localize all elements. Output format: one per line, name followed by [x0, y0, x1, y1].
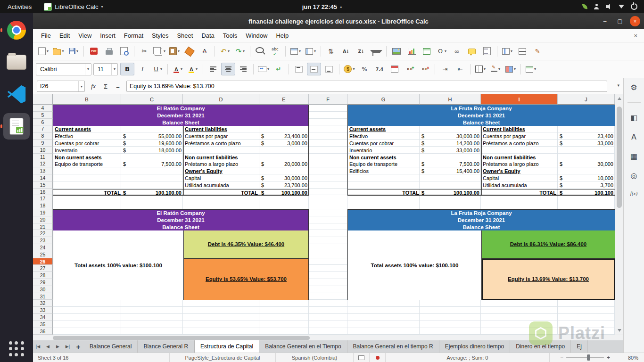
chevron-down-icon[interactable]: ▾	[243, 49, 245, 53]
capital-structure-header[interactable]: La Fruta Roja Company December 31 2021 B…	[348, 210, 615, 230]
align-right-icon[interactable]	[236, 63, 250, 75]
cell-value[interactable]: 18,000.00	[130, 147, 182, 154]
paste-icon[interactable]: ▾	[167, 45, 182, 58]
cell-label[interactable]: Inventario	[349, 147, 419, 154]
close-button[interactable]: ×	[630, 16, 640, 26]
sort-ascending-icon[interactable]: A↓	[339, 45, 353, 58]
cell-label[interactable]: Edificios	[349, 168, 419, 175]
row-header-12[interactable]: 12	[33, 160, 53, 167]
cell-currency[interactable]: $	[123, 133, 130, 140]
row-header-19[interactable]: 19	[33, 209, 53, 216]
menu-file[interactable]: File	[37, 31, 55, 41]
font-size-combo[interactable]: 11 ▾	[93, 63, 118, 75]
cell-value[interactable]: 23,400	[566, 133, 613, 140]
volume-icon[interactable]	[606, 4, 612, 9]
align-bottom-icon[interactable]	[322, 63, 336, 75]
chevron-down-icon[interactable]: ▾	[181, 67, 182, 71]
cell-label[interactable]: Utilidad acumulada	[185, 182, 258, 189]
print-preview-icon[interactable]	[117, 45, 131, 58]
maximize-button[interactable]: ▢	[615, 16, 625, 26]
pivot-table-icon[interactable]	[420, 45, 434, 58]
horizontal-scroll-thumb[interactable]	[53, 336, 310, 340]
cell-value[interactable]: 7,500.00	[130, 161, 182, 168]
row-header-31[interactable]: 31	[33, 293, 53, 300]
cell-label[interactable]: Owner's Equity	[185, 168, 258, 175]
cell-currency[interactable]: $	[421, 189, 428, 197]
row-header-28[interactable]: 28	[33, 272, 53, 279]
cell-value[interactable]: 30,000	[566, 161, 613, 168]
equity-cell[interactable]: Equity is 53.65% Value: $53.700	[183, 259, 308, 300]
cell-label[interactable]: Préstamos a corto plazo	[185, 140, 258, 147]
redo-icon[interactable]: ↷▾	[233, 45, 247, 58]
cell-currency[interactable]: $	[123, 189, 130, 197]
cell-value[interactable]: 100,100	[566, 189, 613, 197]
chevron-down-icon[interactable]: ▾	[47, 49, 49, 53]
vertical-scrollbar[interactable]	[615, 94, 623, 335]
cell-label[interactable]: Préstamos a corto plazo	[483, 140, 556, 147]
cell-value[interactable]: 3,700	[566, 182, 613, 189]
cell-label[interactable]: Equipo de transporte	[349, 161, 419, 168]
indicator-icon[interactable]	[582, 3, 587, 10]
network-icon[interactable]	[619, 5, 624, 8]
cell-currency[interactable]: $	[421, 161, 428, 168]
sheet-tab[interactable]: Balance General en el tiempo R	[347, 340, 439, 353]
undo-icon[interactable]: ↶▾	[218, 45, 232, 58]
cell-label[interactable]: Inventario	[55, 147, 121, 154]
cell-value[interactable]: 7,500.00	[428, 161, 479, 168]
row-header-29[interactable]: 29	[33, 279, 53, 286]
cell-label[interactable]: TOTAL	[349, 189, 419, 197]
cell-currency[interactable]: $	[560, 182, 566, 189]
row-header-27[interactable]: 27	[33, 265, 53, 272]
sidebar-gallery-icon[interactable]: ▦	[630, 152, 637, 161]
export-pdf-icon[interactable]	[87, 45, 101, 58]
chevron-down-icon[interactable]: ▾	[267, 67, 269, 71]
chevron-down-icon[interactable]: ▾	[160, 67, 162, 71]
underline-icon[interactable]: U▾	[150, 63, 165, 75]
cut-icon[interactable]: ✂	[137, 45, 151, 58]
clock[interactable]: jun 17 22:45 ●	[302, 3, 342, 10]
cell-label[interactable]: Efectivo	[55, 133, 121, 140]
chevron-down-icon[interactable]: ▾	[511, 49, 512, 53]
clone-formatting-icon[interactable]	[182, 45, 197, 58]
cell-currency[interactable]: $	[261, 161, 268, 168]
cell-label[interactable]: Equipo de transporte	[55, 161, 121, 168]
cell-value[interactable]: 30,000.00	[428, 133, 479, 140]
row-header-20[interactable]: 20	[33, 216, 53, 223]
chevron-down-icon[interactable]: ▾	[164, 49, 165, 53]
row-header-11[interactable]: 11	[33, 154, 53, 161]
cell-value[interactable]: 23,400.00	[268, 133, 307, 140]
row-header-17[interactable]: 17	[33, 195, 53, 202]
row-header-23[interactable]: 23	[33, 237, 53, 244]
sort-descending-icon[interactable]: Z↓	[354, 45, 368, 58]
chevron-down-icon[interactable]: ▾	[514, 67, 516, 71]
insert-chart-icon[interactable]	[405, 45, 419, 58]
zoom-slider-handle[interactable]	[587, 354, 590, 361]
app-menu[interactable]: LibreOffice Calc ▾	[39, 0, 107, 13]
conditional-formatting-icon[interactable]: ▾	[504, 63, 518, 75]
row-header-30[interactable]: 30	[33, 286, 53, 293]
cell-currency[interactable]: $	[123, 161, 130, 168]
cell-label[interactable]: Utilidad acumulada	[483, 182, 556, 189]
sheet-tab[interactable]: Ej	[571, 340, 588, 353]
cell-currency[interactable]: $	[560, 161, 566, 168]
row-header-14[interactable]: 14	[33, 174, 53, 181]
selection-mode-icon[interactable]	[354, 353, 370, 362]
cell-label[interactable]: Préstamo a largo plazo	[185, 161, 258, 168]
sheet-tab[interactable]: Blance General R	[138, 340, 194, 353]
cell-label[interactable]: Efectivo	[349, 133, 419, 140]
cell-currency[interactable]: $	[261, 175, 268, 182]
function-wizard-icon[interactable]: fx	[88, 81, 99, 92]
cell-currency[interactable]: $	[123, 140, 130, 147]
row-header-4[interactable]: 4	[33, 105, 53, 112]
menu-styles[interactable]: Styles	[148, 31, 173, 41]
cell-value[interactable]: 55,000.00	[130, 133, 182, 140]
cell-value[interactable]: 23,700.00	[268, 182, 307, 189]
menu-sheet[interactable]: Sheet	[173, 31, 197, 41]
sheet-tab[interactable]: Ejemplos dinero tiempo	[439, 340, 510, 353]
chevron-down-icon[interactable]: ▾	[76, 49, 78, 53]
cell-value[interactable]: 100,100.00	[428, 189, 479, 197]
cell-currency[interactable]: $	[421, 133, 428, 140]
row-header-21[interactable]: 21	[33, 223, 53, 230]
cell-label[interactable]: Préstamos a largo plazo	[483, 161, 556, 168]
cell-value[interactable]: 3,000.00	[268, 140, 307, 147]
